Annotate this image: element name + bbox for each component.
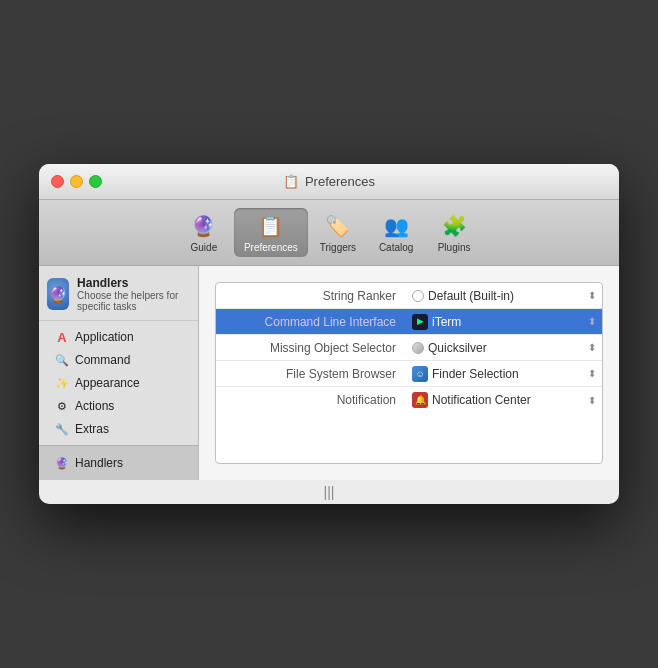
toolbar-plugins[interactable]: 🧩 Plugins [426,208,482,257]
plugins-label: Plugins [438,242,471,253]
preferences-icon: 📋 [257,212,285,240]
row-label-missing-object: Missing Object Selector [216,341,406,355]
command-icon: 🔍 [55,353,69,367]
table-row[interactable]: File System Browser ☺ Finder Selection ⬍ [216,361,602,387]
sidebar-item-extras[interactable]: 🔧 Extras [43,418,194,440]
table-row[interactable]: Command Line Interface ▶ iTerm ⬍ [216,309,602,335]
traffic-lights [51,175,102,188]
catalog-label: Catalog [379,242,413,253]
missing-object-value: Quicksilver [428,341,487,355]
row-label-string-ranker: String Ranker [216,289,406,303]
extras-label: Extras [75,422,109,436]
catalog-icon: 👥 [382,212,410,240]
plugins-icon: 🧩 [440,212,468,240]
table-row[interactable]: Missing Object Selector Quicksilver ⬍ [216,335,602,361]
row-value-notification: 🔔 Notification Center [406,389,588,411]
notification-arrow: ⬍ [588,395,602,406]
guide-icon: 🔮 [190,212,218,240]
string-ranker-arrow: ⬍ [588,290,602,301]
command-line-value: iTerm [432,315,461,329]
maximize-button[interactable] [89,175,102,188]
handlers-table: String Ranker Default (Built-in) ⬍ Comma… [215,282,603,464]
notification-value: Notification Center [432,393,531,407]
command-label: Command [75,353,130,367]
row-label-command-line: Command Line Interface [216,315,406,329]
row-value-string-ranker: Default (Built-in) [406,286,588,306]
toolbar-guide[interactable]: 🔮 Guide [176,208,232,257]
sidebar-item-appearance[interactable]: ✨ Appearance [43,372,194,394]
handlers-footer-icon: 🔮 [55,456,69,470]
sidebar-nav: A Application 🔍 Command ✨ Appearance ⚙ A… [39,321,198,445]
scroll-icon: ||| [324,484,335,500]
finder-icon: ☺ [412,366,428,382]
row-value-command-line: ▶ iTerm [406,311,588,333]
string-ranker-value: Default (Built-in) [428,289,514,303]
body: 🔮 Handlers Choose the helpers for specif… [39,266,619,480]
triggers-icon: 🏷️ [324,212,352,240]
missing-object-arrow: ⬍ [588,342,602,353]
actions-label: Actions [75,399,114,413]
radio-icon [412,290,424,302]
sidebar-item-actions[interactable]: ⚙ Actions [43,395,194,417]
sidebar: 🔮 Handlers Choose the helpers for specif… [39,266,199,480]
appearance-icon: ✨ [55,376,69,390]
handler-header: 🔮 Handlers Choose the helpers for specif… [39,266,198,321]
table-row[interactable]: String Ranker Default (Built-in) ⬍ [216,283,602,309]
sidebar-item-application[interactable]: A Application [43,326,194,348]
preferences-label: Preferences [244,242,298,253]
toolbar-catalog[interactable]: 👥 Catalog [368,208,424,257]
row-value-missing-object: Quicksilver [406,338,588,358]
guide-label: Guide [191,242,218,253]
extras-icon: 🔧 [55,422,69,436]
application-icon: A [55,330,69,344]
handlers-item[interactable]: 🔮 Handlers [47,452,190,474]
minimize-button[interactable] [70,175,83,188]
handler-text: Handlers Choose the helpers for specific… [77,276,190,312]
scroll-indicator: ||| [39,480,619,504]
application-label: Application [75,330,134,344]
main-content: String Ranker Default (Built-in) ⬍ Comma… [199,266,619,480]
quicksilver-icon [412,342,424,354]
table-row[interactable]: Notification 🔔 Notification Center ⬍ [216,387,602,413]
close-button[interactable] [51,175,64,188]
title-icon: 📋 [283,174,299,189]
row-label-file-system: File System Browser [216,367,406,381]
file-system-arrow: ⬍ [588,368,602,379]
row-label-notification: Notification [216,393,406,407]
iterm-icon: ▶ [412,314,428,330]
sidebar-item-command[interactable]: 🔍 Command [43,349,194,371]
sidebar-footer: 🔮 Handlers [39,445,198,480]
handler-subtitle: Choose the helpers for specific tasks [77,290,190,312]
titlebar: 📋 Preferences [39,164,619,200]
title-text: Preferences [305,174,375,189]
file-system-value: Finder Selection [432,367,519,381]
window-title: 📋 Preferences [283,174,375,189]
handler-icon: 🔮 [47,278,69,310]
preferences-window: 📋 Preferences 🔮 Guide 📋 Preferences 🏷️ T… [39,164,619,504]
handlers-footer-label: Handlers [75,456,123,470]
triggers-label: Triggers [320,242,356,253]
handler-title: Handlers [77,276,190,290]
toolbar-triggers[interactable]: 🏷️ Triggers [310,208,366,257]
row-value-file-system: ☺ Finder Selection [406,363,588,385]
command-line-arrow: ⬍ [588,316,602,327]
toolbar: 🔮 Guide 📋 Preferences 🏷️ Triggers 👥 Cata… [39,200,619,266]
actions-icon: ⚙ [55,399,69,413]
appearance-label: Appearance [75,376,140,390]
toolbar-preferences[interactable]: 📋 Preferences [234,208,308,257]
notification-icon: 🔔 [412,392,428,408]
